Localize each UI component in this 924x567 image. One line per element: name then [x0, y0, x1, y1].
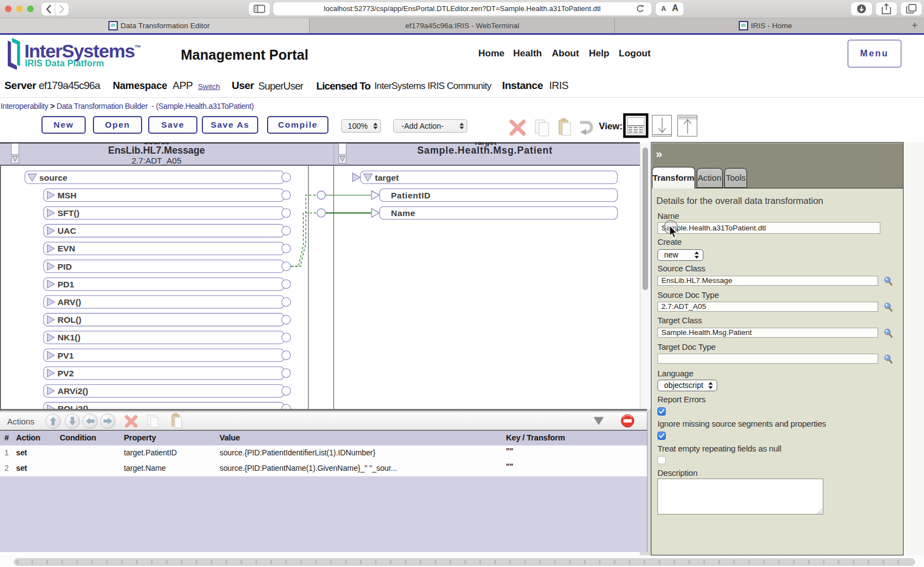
svg-text:Name: Name	[391, 208, 415, 218]
svg-text:NK1(): NK1()	[58, 333, 80, 342]
svg-text:EVN: EVN	[58, 244, 75, 253]
svg-text:2.7:ADT_A05: 2.7:ADT_A05	[132, 156, 181, 165]
svg-text:source: source	[39, 173, 67, 182]
svg-text:SFT(): SFT()	[58, 208, 80, 218]
svg-text:EnsLib.HL7.Message: EnsLib.HL7.Message	[108, 145, 205, 156]
svg-text:Sample.Health.Msg.Patient: Sample.Health.Msg.Patient	[417, 145, 553, 156]
svg-text:ARVi2(): ARVi2()	[58, 386, 88, 396]
svg-text:PV1: PV1	[58, 351, 74, 360]
svg-text:PD1: PD1	[58, 280, 75, 289]
svg-text:ROL(): ROL()	[58, 315, 81, 324]
svg-text:PV2: PV2	[58, 369, 74, 378]
svg-text:MSH: MSH	[58, 191, 76, 200]
svg-text:ARV(): ARV()	[58, 297, 81, 307]
svg-text:target: target	[375, 173, 399, 182]
svg-text:PatientID: PatientID	[391, 191, 431, 200]
svg-text:PID: PID	[58, 262, 72, 271]
svg-text:UAC: UAC	[58, 226, 76, 235]
